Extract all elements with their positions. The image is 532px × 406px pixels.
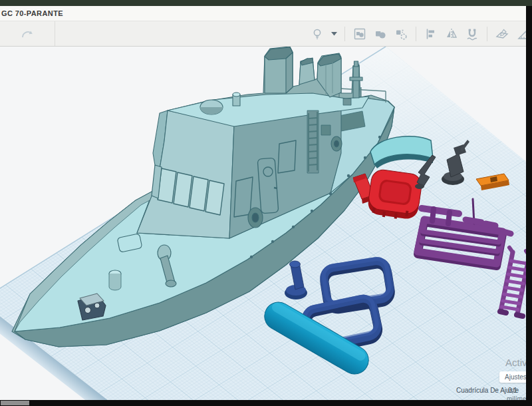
- viewport-3d-canvas[interactable]: Activar Ajustes Cuadrícula De Ajuste 0,1…: [0, 47, 532, 401]
- create-group-button[interactable]: [352, 25, 368, 43]
- toolbar-left-group: [0, 21, 55, 46]
- ungroup-button[interactable]: [393, 25, 409, 43]
- mirror-button[interactable]: [444, 25, 460, 43]
- create-group-icon: [353, 27, 366, 41]
- snap-settings-label: Ajustes: [505, 373, 527, 381]
- right-letterbox-bar: [526, 6, 532, 406]
- snap-button[interactable]: [464, 25, 480, 43]
- top-green-bar: [0, 0, 532, 6]
- toolbar-right-group: [309, 25, 532, 43]
- life-raft-part[interactable]: [366, 168, 423, 222]
- ungroup-icon: [394, 27, 408, 41]
- snap-grid-value-dropdown[interactable]: 0,1: [508, 387, 517, 394]
- show-all-dropdown[interactable]: [330, 25, 338, 43]
- magnet-icon: [466, 27, 479, 41]
- align-icon: [424, 27, 438, 41]
- toolbar-divider: [487, 27, 487, 41]
- toolbar-divider: [344, 27, 345, 41]
- mirror-flip-icon: [445, 27, 458, 41]
- redo-button[interactable]: [19, 25, 35, 43]
- toolbar-divider: [416, 27, 416, 41]
- redo-icon: [21, 27, 34, 41]
- workplane-icon: [495, 27, 509, 41]
- show-all-button[interactable]: [309, 25, 325, 43]
- workplane-tool-button[interactable]: [494, 25, 510, 43]
- design-title: GC 70-PARANTE: [0, 9, 63, 17]
- align-button[interactable]: [423, 25, 439, 43]
- title-bar: GC 70-PARANTE: [0, 6, 532, 21]
- bottom-bar-thumb: [1, 401, 29, 405]
- group-button[interactable]: [372, 25, 388, 43]
- group-icon: [374, 27, 387, 41]
- lightbulb-icon: [311, 27, 324, 41]
- bottom-letterbox-bar: [0, 400, 532, 406]
- toolbar: [0, 21, 532, 47]
- dropdown-caret-icon: [331, 32, 337, 36]
